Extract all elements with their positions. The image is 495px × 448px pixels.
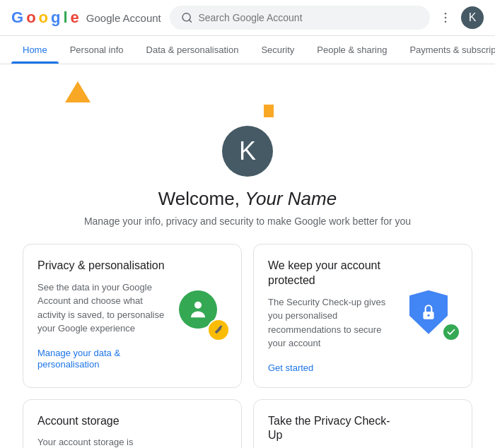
privacy-checkup-card: Take the Privacy Check-Up This step-by-s… (253, 399, 472, 448)
logo-letter-l: l (63, 8, 67, 27)
nav-data-personalisation[interactable]: Data & personalisation (135, 36, 250, 64)
logo-account-text: Google Account (86, 12, 161, 24)
welcome-heading: Welcome, Your Name (158, 188, 337, 210)
nav-home[interactable]: Home (11, 36, 59, 64)
nav-payments[interactable]: Payments & subscriptions (398, 36, 495, 64)
scroll-arrow-indicator (65, 81, 472, 117)
up-arrow-icon (65, 81, 91, 102)
search-input[interactable] (198, 12, 419, 23)
main-nav: Home Personal info Data & personalisatio… (0, 36, 495, 64)
header: Google Google Account K (0, 0, 495, 36)
search-bar[interactable] (170, 6, 430, 30)
storage-card-desc: Your account storage is shared across Go… (37, 435, 163, 448)
svg-point-4 (445, 21, 447, 23)
protected-card-desc: The Security Check-up gives you personal… (268, 295, 394, 350)
logo-letter-g2: g (51, 8, 60, 27)
storage-card-title: Account storage (37, 414, 163, 429)
svg-point-3 (445, 17, 447, 19)
more-options-button[interactable] (438, 11, 453, 25)
logo-letter-o1: o (26, 8, 35, 27)
protected-card-link[interactable]: Get started (268, 362, 313, 373)
privacy-personalisation-card: Privacy & personalisation See the data i… (23, 244, 242, 388)
svg-point-2 (445, 13, 447, 15)
protected-card-title: We keep your account protected (268, 259, 394, 288)
user-avatar[interactable]: K (461, 6, 484, 29)
account-protected-card: We keep your account protected The Secur… (253, 244, 472, 388)
checkup-card-title: Take the Privacy Check-Up (268, 414, 394, 444)
svg-line-1 (189, 20, 191, 22)
logo-letter-o2: o (39, 8, 48, 27)
nav-people-sharing[interactable]: People & sharing (305, 36, 398, 64)
shield-protected-icon (409, 290, 460, 341)
google-logo: Google Google Account (11, 8, 161, 27)
logo-letter-e: e (71, 8, 79, 27)
privacy-card-link[interactable]: Manage your data & personalisation (37, 348, 120, 370)
privacy-card-title: Privacy & personalisation (37, 259, 170, 273)
logo-letter-g: G (11, 8, 23, 27)
svg-point-8 (427, 314, 429, 317)
welcome-prefix: Welcome, (158, 188, 240, 209)
cards-grid: Privacy & personalisation See the data i… (23, 244, 472, 448)
nav-personal-info[interactable]: Personal info (59, 36, 135, 64)
header-right: K (438, 6, 484, 29)
account-storage-card: Account storage Your account storage is … (23, 399, 242, 448)
profile-section: K Welcome, Your Name Manage your info, p… (23, 126, 472, 227)
privacy-card-desc: See the data in your Google Account and … (37, 281, 170, 336)
search-icon (181, 11, 193, 24)
welcome-name: Your Name (245, 188, 337, 209)
main-content: K Welcome, Your Name Manage your info, p… (0, 64, 495, 448)
privacy-personalisation-icon (179, 290, 230, 341)
nav-security[interactable]: Security (250, 36, 305, 64)
arrow-stem (264, 105, 274, 117)
profile-avatar: K (222, 126, 273, 177)
svg-point-5 (194, 302, 202, 309)
welcome-subtitle: Manage your info, privacy and security t… (84, 216, 411, 227)
